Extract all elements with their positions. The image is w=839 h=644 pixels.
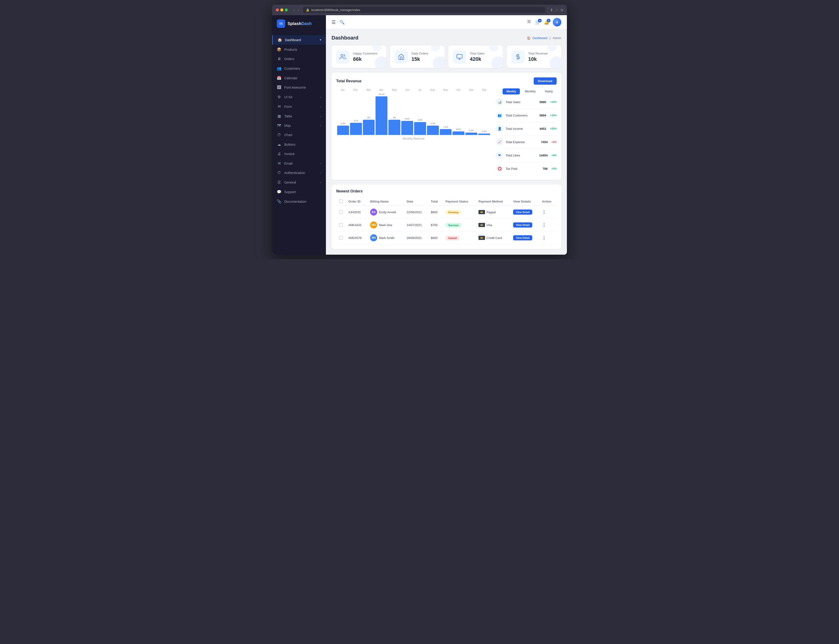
- uikit-icon: ⚙: [277, 95, 281, 99]
- tabs-button[interactable]: ⧉: [561, 8, 563, 12]
- svg-rect-4: [457, 54, 462, 58]
- sidebar-item-dashboard[interactable]: 🏠 Dashboard ▾: [272, 35, 326, 45]
- stat-card-total-sales: Total Sales 420k: [448, 46, 503, 68]
- sidebar-item-chart[interactable]: ⏱ Chart: [272, 130, 326, 140]
- maximize-dot[interactable]: [285, 8, 288, 12]
- stat-row-icon: 👥: [496, 112, 503, 119]
- sidebar-item-label: Documentation: [284, 200, 321, 204]
- order-id: #JH2033: [345, 206, 367, 219]
- share-button[interactable]: ⬆: [550, 8, 553, 12]
- stat-card-total-revenue: Total Revenue 10k: [507, 46, 561, 68]
- action-menu-button[interactable]: ⋮: [542, 235, 546, 240]
- view-detail-button[interactable]: View Detail: [513, 222, 532, 228]
- sidebar-item-table[interactable]: ▦ Table ›: [272, 111, 326, 121]
- payment-method: 💳 Credit Card: [475, 232, 510, 244]
- chevron-right-icon: ›: [320, 181, 321, 184]
- sidebar-item-customers[interactable]: 👥 Customers: [272, 64, 326, 73]
- menu-toggle-button[interactable]: ☰: [332, 20, 336, 25]
- billing-name: MD Mark Doe: [367, 219, 404, 232]
- back-button[interactable]: ‹: [293, 8, 296, 13]
- sidebar-item-invoice[interactable]: 🖨 Invoice: [272, 149, 326, 159]
- sidebar-item-orders[interactable]: 🖥 Orders: [272, 54, 326, 64]
- view-detail-button[interactable]: View Detail: [513, 235, 532, 240]
- sidebar-item-label: Invoice: [284, 152, 321, 156]
- sidebar-item-buttons[interactable]: ☁ Buttons: [272, 140, 326, 149]
- row-checkbox[interactable]: [339, 223, 343, 227]
- tab-monthly[interactable]: Monthly: [521, 89, 540, 94]
- order-total: $700: [428, 219, 443, 232]
- chevron-right-icon: ›: [320, 171, 321, 174]
- order-date: 14/07/2021: [404, 219, 428, 232]
- sidebar-item-documentation[interactable]: 📎 Documentation: [272, 197, 326, 206]
- sidebar-item-calendar[interactable]: 📅 Calendar: [272, 73, 326, 83]
- bar-label: 3.2%: [418, 119, 423, 121]
- notification-button[interactable]: 🔔 3: [544, 20, 549, 25]
- avatar[interactable]: A: [553, 18, 561, 26]
- tab-yearly[interactable]: Yearly: [541, 89, 557, 94]
- sidebar-item-products[interactable]: 📦 Products: [272, 45, 326, 54]
- stat-row-value: 7454: [541, 140, 548, 144]
- stat-rows: 📊 Total Sales 5995 +15% 👥 Total Customer…: [496, 98, 557, 175]
- total-revenue-label: Total Revenue: [528, 52, 548, 55]
- sidebar-item-label: Font Awesome: [284, 85, 321, 89]
- bar-label: 4%: [393, 117, 396, 119]
- home-icon: 🏠: [278, 38, 282, 42]
- sidebar-item-authentication[interactable]: ⏱ Authentication ›: [272, 168, 326, 177]
- stat-row-icon: ❤: [496, 151, 503, 159]
- sidebar-item-label: Calendar: [284, 76, 321, 80]
- bar-label: 0.2%: [482, 130, 487, 133]
- orders-table-section: Newest Orders Order ID Billing Name Date…: [332, 184, 561, 249]
- sidebar-item-map[interactable]: 🗺 Map ›: [272, 121, 326, 130]
- chevron-down-icon: ▾: [320, 38, 321, 41]
- table-icon: ▦: [277, 114, 281, 118]
- forward-button[interactable]: ›: [297, 8, 300, 13]
- sidebar-item-label: Support: [284, 190, 321, 194]
- sidebar-item-fontawesome[interactable]: 🅰 Font Awesome: [272, 83, 326, 92]
- chart-icon: ⏱: [277, 133, 281, 137]
- billing-name-text: Mark Smith: [379, 236, 395, 240]
- sidebar-item-email[interactable]: ✉ Email ›: [272, 159, 326, 168]
- bar-label: 0.8%: [456, 128, 461, 130]
- tab-weekly[interactable]: Weekly: [503, 89, 520, 94]
- new-tab-button[interactable]: ＋: [555, 8, 559, 12]
- stat-row-total-income: 👤 Total Income 4453 +25%: [496, 125, 557, 135]
- sidebar-item-general[interactable]: ☰ General ›: [272, 177, 326, 187]
- docs-icon: 📎: [277, 199, 281, 204]
- download-button[interactable]: Download: [534, 77, 557, 85]
- bar-label: 2.3%: [431, 122, 435, 125]
- stat-row-label: Total Expense: [506, 140, 539, 144]
- orders-table: Order ID Billing Name Date Total Payment…: [336, 197, 557, 244]
- sidebar: 🛍 SplashDash 🏠 Dashboard ▾ 📦 Products 🖥 …: [272, 15, 326, 255]
- action-menu-button[interactable]: ⋮: [542, 222, 546, 228]
- total-sales-value: 420k: [470, 56, 485, 62]
- cart-button[interactable]: 🛒 2: [535, 20, 540, 25]
- action-menu-button[interactable]: ⋮: [542, 210, 546, 215]
- action: ⋮: [539, 232, 557, 244]
- table-row: #MD4578 MS Mark Smith 28/08/2021 $800 Ca…: [336, 232, 557, 244]
- total-sales-label: Total Sales: [470, 52, 485, 55]
- breadcrumb-current: Admin: [553, 36, 561, 40]
- minimize-dot[interactable]: [280, 8, 283, 12]
- calendar-icon: 📅: [277, 76, 281, 80]
- order-id: #MK4433: [345, 219, 367, 232]
- table-header-row: Order ID Billing Name Date Total Payment…: [336, 197, 557, 206]
- view-detail-button[interactable]: View Detail: [513, 210, 532, 215]
- sidebar-item-support[interactable]: 💬 Support: [272, 187, 326, 197]
- sidebar-item-form[interactable]: ✉ Form ›: [272, 102, 326, 111]
- bar-rect: [388, 120, 400, 135]
- payment-status: Success: [443, 219, 475, 232]
- daily-orders-icon: [395, 50, 408, 63]
- bar-rect: [414, 122, 426, 135]
- page-title: Dashboard: [332, 35, 359, 41]
- select-all-checkbox[interactable]: [339, 199, 343, 203]
- billing-avatar: MD: [370, 222, 377, 228]
- sidebar-item-uikit[interactable]: ⚙ UI Kit ›: [272, 92, 326, 102]
- settings-button[interactable]: [526, 19, 531, 25]
- row-checkbox[interactable]: [339, 236, 343, 240]
- stat-row-label: Total Likes: [506, 154, 537, 157]
- bar-jul: 3.2%: [414, 93, 426, 135]
- stat-row-total-sales: 📊 Total Sales 5995 +15%: [496, 98, 557, 109]
- close-dot[interactable]: [276, 8, 279, 12]
- row-checkbox[interactable]: [339, 210, 343, 214]
- action: ⋮: [539, 206, 557, 219]
